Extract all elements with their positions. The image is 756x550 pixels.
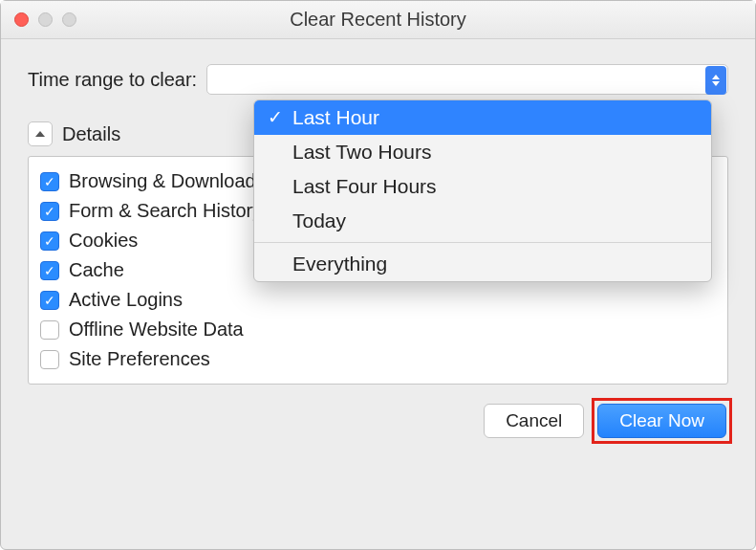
time-range-select[interactable]	[206, 64, 728, 95]
time-range-dropdown[interactable]: Last Hour Last Two Hours Last Four Hours…	[253, 99, 712, 282]
checkbox-label: Active Logins	[69, 289, 183, 311]
chevron-up-icon	[35, 131, 45, 137]
dialog-content: Time range to clear: Details ✓ Browsing …	[1, 39, 755, 457]
checkbox-icon[interactable]	[40, 350, 59, 369]
dropdown-option-today[interactable]: Today	[254, 204, 711, 238]
close-window-icon[interactable]	[14, 12, 29, 27]
time-range-row: Time range to clear:	[28, 64, 728, 95]
checkbox-icon[interactable]	[40, 320, 59, 340]
checkbox-label: Form & Search History	[69, 200, 262, 222]
dropdown-separator	[254, 242, 711, 243]
dropdown-option-last-two-hours[interactable]: Last Two Hours	[254, 135, 711, 169]
dropdown-option-last-four-hours[interactable]: Last Four Hours	[254, 169, 711, 204]
time-range-label: Time range to clear:	[28, 69, 197, 91]
checkbox-icon[interactable]: ✓	[40, 172, 59, 191]
dropdown-option-everything[interactable]: Everything	[254, 247, 711, 281]
titlebar: Clear Recent History	[1, 1, 755, 39]
checkbox-icon[interactable]: ✓	[40, 291, 59, 310]
cancel-button[interactable]: Cancel	[484, 404, 584, 438]
checkbox-label: Offline Website Data	[69, 319, 244, 341]
dropdown-option-last-hour[interactable]: Last Hour	[254, 100, 711, 135]
checkbox-label: Site Preferences	[69, 348, 210, 370]
checkbox-site-prefs[interactable]: Site Preferences	[40, 344, 716, 374]
maximize-window-icon	[62, 12, 76, 27]
dialog-buttons: Cancel Clear Now	[28, 404, 728, 438]
checkbox-icon[interactable]: ✓	[40, 202, 59, 221]
window-title: Clear Recent History	[290, 9, 466, 31]
details-label: Details	[62, 123, 120, 145]
window-controls	[14, 12, 76, 27]
checkbox-label: Cache	[69, 259, 124, 281]
checkbox-offline-data[interactable]: Offline Website Data	[40, 315, 716, 344]
checkbox-icon[interactable]: ✓	[40, 261, 59, 280]
clear-history-dialog: Clear Recent History Time range to clear…	[0, 0, 756, 550]
minimize-window-icon	[38, 12, 53, 27]
details-disclosure-toggle[interactable]	[28, 121, 53, 146]
clear-now-button[interactable]: Clear Now	[597, 404, 726, 438]
checkbox-label: Cookies	[69, 230, 138, 252]
checkbox-active-logins[interactable]: ✓ Active Logins	[40, 285, 716, 315]
select-stepper-icon[interactable]	[705, 66, 726, 95]
checkbox-icon[interactable]: ✓	[40, 231, 59, 251]
